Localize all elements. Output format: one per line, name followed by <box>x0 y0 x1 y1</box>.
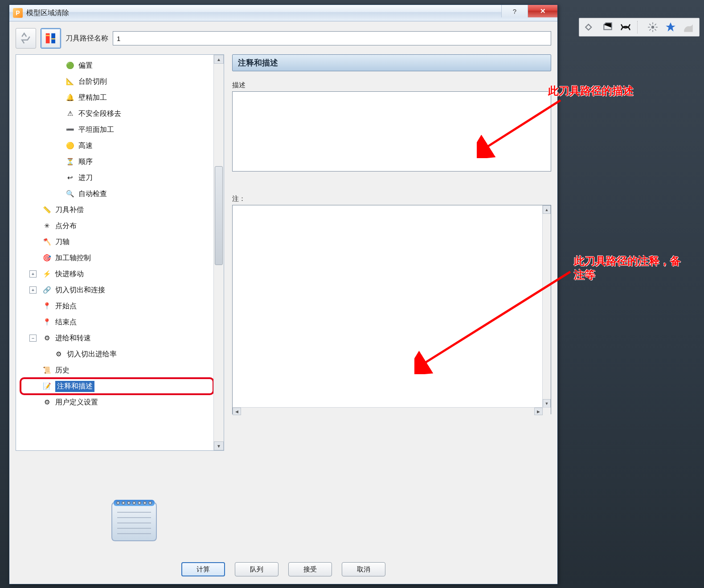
content-row: 🟢偏置📐台阶切削🔔壁精加工⚠不安全段移去➖平坦面加工🟡高速⏳顺序↩进刀🔍自动检查… <box>16 54 551 457</box>
tree-item-icon: 📜 <box>42 365 52 375</box>
svg-point-14 <box>127 502 130 504</box>
app-icon: P <box>13 8 23 18</box>
tree-item[interactable]: 📜历史 <box>20 362 213 378</box>
toolpath-name-input[interactable] <box>113 31 551 45</box>
tree-item-icon: 📏 <box>42 205 52 215</box>
svg-rect-5 <box>51 38 55 40</box>
bg-icon-5[interactable] <box>664 21 677 33</box>
tree-item[interactable]: +⚡快进移动 <box>20 266 213 282</box>
scroll-up-icon[interactable]: ▲ <box>214 55 224 64</box>
tree-item-icon: ⚠ <box>65 109 75 118</box>
tree-item-icon: ✳ <box>42 221 52 231</box>
tree-item[interactable]: ↩进刀 <box>20 170 213 186</box>
notes-vscroll[interactable]: ▲ ▼ <box>542 205 551 408</box>
expand-icon[interactable]: + <box>29 286 37 294</box>
tree-item-icon: 📍 <box>42 317 52 327</box>
accept-button[interactable]: 接受 <box>288 562 332 576</box>
notes-textarea[interactable] <box>232 205 551 414</box>
tree-item[interactable]: 🪓刀轴 <box>20 234 213 250</box>
tree-item[interactable]: ⚠不安全段移去 <box>20 106 213 122</box>
toolpath-name-label: 刀具路径名称 <box>65 34 108 43</box>
svg-rect-2 <box>46 33 50 44</box>
bg-icon-6[interactable] <box>682 21 695 33</box>
tree-item-label: 点分布 <box>55 221 77 231</box>
recycle-button[interactable] <box>16 28 36 49</box>
notes-label: 注： <box>232 195 551 203</box>
tree-item-label: 偏置 <box>78 61 93 70</box>
bg-icon-3[interactable] <box>619 21 632 33</box>
tree-item-icon: 🔍 <box>65 189 75 199</box>
annotation-2: 此刀具路径的注释，备注等 <box>574 254 685 282</box>
bg-icon-1[interactable] <box>584 21 596 33</box>
tree-item-icon: ⏳ <box>65 157 75 167</box>
svg-point-18 <box>149 502 151 504</box>
tree-item-label: 开始点 <box>55 302 77 311</box>
tree-item[interactable]: 📏刀具补偿 <box>20 202 213 218</box>
dialog-titlebar[interactable]: P 模型区域清除 ? ✕ <box>9 5 557 21</box>
tree-pane[interactable]: 🟢偏置📐台阶切削🔔壁精加工⚠不安全段移去➖平坦面加工🟡高速⏳顺序↩进刀🔍自动检查… <box>16 55 213 450</box>
tree-item-icon: 🟡 <box>65 141 75 151</box>
tree-item-label: 进给和转速 <box>55 334 91 343</box>
tree-item[interactable]: −⚙进给和转速 <box>20 330 213 346</box>
tree-item-icon: ➖ <box>65 125 75 135</box>
scroll-down-icon[interactable]: ▼ <box>214 441 224 450</box>
tree-item-icon: 🔗 <box>42 285 52 295</box>
svg-point-13 <box>122 502 125 504</box>
dialog-body: 刀具路径名称 🟢偏置📐台阶切削🔔壁精加工⚠不安全段移去➖平坦面加工🟡高速⏳顺序↩… <box>9 21 557 584</box>
svg-point-1 <box>651 26 655 29</box>
tree-item[interactable]: 🎯加工轴控制 <box>20 250 213 266</box>
tree-item[interactable]: ⏳顺序 <box>20 154 213 170</box>
tree-item-icon: ⚙ <box>42 397 52 407</box>
tree-item-icon: 📍 <box>42 301 52 311</box>
strategy-button[interactable] <box>41 28 61 49</box>
tree-item[interactable]: 🟢偏置 <box>20 57 213 74</box>
tree-item[interactable]: 📍结束点 <box>20 314 213 330</box>
tree-item[interactable]: 📍开始点 <box>20 298 213 314</box>
svg-point-15 <box>133 502 135 504</box>
close-button[interactable]: ✕ <box>528 5 557 17</box>
tree-item[interactable]: ➖平坦面加工 <box>20 122 213 138</box>
tree-item[interactable]: ✳点分布 <box>20 218 213 234</box>
tree-item-icon: ⚙ <box>53 349 63 359</box>
tree-item[interactable]: ⚙用户定义设置 <box>20 394 213 410</box>
header-strip: 刀具路径名称 <box>16 28 551 49</box>
compute-button[interactable]: 计算 <box>181 562 225 576</box>
tree-item-label: 高速 <box>78 141 93 151</box>
help-button[interactable]: ? <box>501 5 528 17</box>
tree-item-label: 结束点 <box>55 318 77 327</box>
tree-item-label: 切入切出和连接 <box>55 286 105 295</box>
tree-item-label: 历史 <box>55 366 70 375</box>
tree-item-label: 注释和描述 <box>55 381 94 392</box>
scroll-right-icon[interactable]: ▶ <box>534 408 543 415</box>
tree-item-label: 快进移动 <box>55 270 84 279</box>
cancel-button[interactable]: 取消 <box>342 562 385 576</box>
description-textarea[interactable] <box>232 91 551 172</box>
tree-item-icon: 📐 <box>65 77 75 86</box>
expand-icon[interactable]: + <box>29 270 37 278</box>
tree-item-label: 加工轴控制 <box>55 253 91 263</box>
tree-item[interactable]: 📐台阶切削 <box>20 74 213 90</box>
tree-item[interactable]: 🔍自动检查 <box>20 186 213 202</box>
svg-point-12 <box>117 502 119 504</box>
svg-point-17 <box>143 502 146 504</box>
scroll-down-icon[interactable]: ▼ <box>543 399 551 408</box>
tree-item-icon: ⚙ <box>42 333 52 343</box>
background-toolbar <box>579 18 700 37</box>
notes-hscroll[interactable]: ◀ ▶ <box>233 407 551 415</box>
scroll-up-icon[interactable]: ▲ <box>543 205 551 214</box>
tree-item[interactable]: +🔗切入切出和连接 <box>20 282 213 298</box>
queue-button[interactable]: 队列 <box>235 562 278 576</box>
tree-item-icon: 🎯 <box>42 253 52 263</box>
tree-item-icon: 🟢 <box>65 61 75 70</box>
tree-item[interactable]: ⚙切入切出进给率 <box>20 346 213 362</box>
group-heading: 注释和描述 <box>232 54 551 71</box>
tree-item[interactable]: 🟡高速 <box>20 138 213 154</box>
bg-icon-2[interactable] <box>602 21 614 33</box>
bg-icon-4[interactable] <box>647 21 659 33</box>
scroll-left-icon[interactable]: ◀ <box>233 408 241 415</box>
scroll-thumb[interactable] <box>215 166 223 265</box>
tree-scrollbar[interactable]: ▲ ▼ <box>213 55 224 450</box>
tree-item[interactable]: 📝注释和描述 <box>20 378 213 394</box>
collapse-icon[interactable]: − <box>29 335 37 342</box>
tree-item[interactable]: 🔔壁精加工 <box>20 90 213 106</box>
